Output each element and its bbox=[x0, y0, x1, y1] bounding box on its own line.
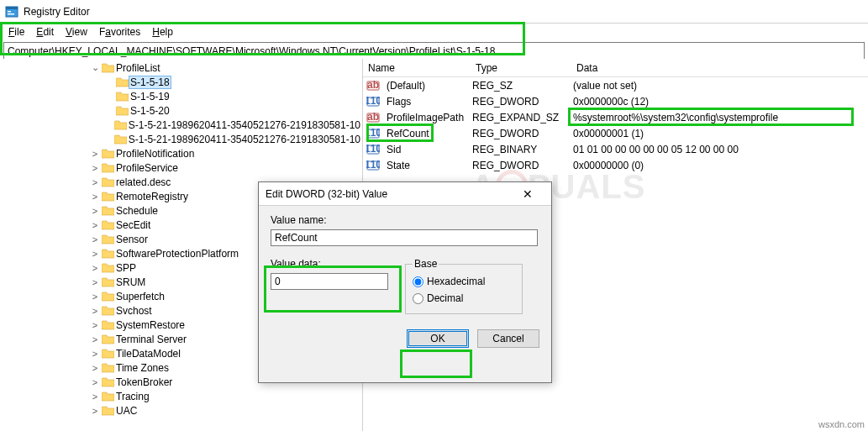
expand-icon[interactable]: > bbox=[89, 334, 101, 344]
tree-item[interactable]: >Tracing bbox=[0, 389, 362, 403]
tree-item-label: SPP bbox=[114, 262, 138, 274]
svg-rect-1 bbox=[6, 7, 18, 9]
folder-icon bbox=[115, 105, 129, 117]
menubar: File Edit View Favorites Help bbox=[0, 24, 868, 40]
expand-icon[interactable]: > bbox=[89, 292, 101, 302]
expand-icon[interactable]: > bbox=[89, 206, 101, 216]
tree-item-label: SystemRestore bbox=[114, 319, 187, 331]
list-row[interactable]: 110StateREG_DWORD0x00000000 (0) bbox=[363, 157, 868, 173]
value-data: (value not set) bbox=[568, 80, 868, 92]
tree-item-label: Svchost bbox=[114, 305, 154, 317]
expand-icon[interactable]: > bbox=[89, 249, 101, 259]
tree-item[interactable]: ⌄ProfileList bbox=[0, 60, 362, 75]
folder-icon bbox=[101, 362, 114, 374]
folder-icon bbox=[101, 276, 114, 288]
value-data: 01 01 00 00 00 00 00 05 12 00 00 00 bbox=[568, 144, 868, 155]
tree-item[interactable]: S-1-5-21-1989620411-3540521276-219183058… bbox=[0, 118, 362, 132]
value-name-input[interactable] bbox=[271, 229, 538, 246]
tree-item[interactable]: S-1-5-21-1989620411-3540521276-219183058… bbox=[0, 132, 362, 146]
expand-icon[interactable]: > bbox=[89, 234, 101, 244]
tree-item-label: RemoteRegistry bbox=[114, 191, 190, 202]
tree-item-label: TokenBroker bbox=[114, 376, 174, 388]
list-row[interactable]: ab(Default)REG_SZ(value not set) bbox=[363, 77, 868, 93]
expand-icon[interactable]: > bbox=[89, 263, 101, 273]
tree-item-label: Schedule bbox=[114, 205, 160, 217]
expand-icon[interactable]: > bbox=[89, 320, 101, 330]
tree-item-label: ProfileList bbox=[114, 62, 162, 74]
list-row[interactable]: 110RefCountREG_DWORD0x00000001 (1) bbox=[363, 125, 868, 141]
svg-rect-2 bbox=[8, 11, 11, 13]
menu-favorites[interactable]: Favorites bbox=[94, 24, 145, 39]
address-bar[interactable]: Computer\HKEY_LOCAL_MACHINE\SOFTWARE\Mic… bbox=[3, 42, 865, 60]
tree-item-label: S-1-5-21-1989620411-3540521276-219183058… bbox=[127, 134, 362, 145]
tree-item-label: SoftwareProtectionPlatform bbox=[114, 248, 240, 260]
folder-icon bbox=[101, 376, 114, 388]
close-icon[interactable]: ✕ bbox=[511, 182, 544, 206]
cancel-button[interactable]: Cancel bbox=[477, 329, 539, 348]
value-data-input[interactable] bbox=[271, 273, 388, 290]
col-type[interactable]: Type bbox=[471, 62, 571, 74]
tree-item[interactable]: S-1-5-18 bbox=[0, 75, 362, 89]
tree-item-label: ProfileNotification bbox=[114, 148, 196, 160]
folder-icon bbox=[101, 162, 114, 174]
expand-icon[interactable]: > bbox=[89, 406, 101, 416]
menu-file[interactable]: File bbox=[3, 24, 29, 39]
folder-icon bbox=[101, 262, 114, 274]
hex-label: Hexadecimal bbox=[427, 276, 485, 287]
folder-icon bbox=[101, 291, 114, 302]
value-name: ProfileImagePath bbox=[381, 112, 467, 124]
expand-icon[interactable]: > bbox=[89, 377, 101, 387]
expand-icon[interactable]: > bbox=[89, 149, 101, 159]
tree-item-label: UAC bbox=[114, 405, 139, 417]
tree-item[interactable]: S-1-5-19 bbox=[0, 89, 362, 103]
menu-edit[interactable]: Edit bbox=[31, 24, 59, 39]
address-text: Computer\HKEY_LOCAL_MACHINE\SOFTWARE\Mic… bbox=[8, 45, 495, 57]
tree-item[interactable]: >ProfileService bbox=[0, 160, 362, 175]
list-row[interactable]: 110SidREG_BINARY01 01 00 00 00 00 00 05 … bbox=[363, 141, 868, 157]
radio-dec[interactable] bbox=[413, 293, 423, 304]
expand-icon[interactable]: > bbox=[89, 349, 101, 359]
value-data: 0x00000000 (0) bbox=[568, 160, 868, 171]
tree-item-label: Terminal Server bbox=[114, 334, 188, 345]
col-name[interactable]: Name bbox=[363, 62, 471, 74]
value-type: REG_BINARY bbox=[467, 144, 568, 155]
tree-item-label: ProfileService bbox=[114, 162, 180, 174]
menu-view[interactable]: View bbox=[60, 24, 92, 39]
expand-icon[interactable]: > bbox=[89, 163, 101, 173]
svg-text:ab: ab bbox=[367, 111, 379, 123]
value-name-label: Value name: bbox=[271, 214, 539, 226]
expand-icon[interactable]: > bbox=[89, 177, 101, 187]
tree-item[interactable]: >ProfileNotification bbox=[0, 146, 362, 160]
expand-icon[interactable]: > bbox=[89, 392, 101, 402]
folder-icon bbox=[101, 248, 114, 260]
list-row[interactable]: abProfileImagePathREG_EXPAND_SZ%systemro… bbox=[363, 109, 868, 125]
folder-icon bbox=[101, 334, 114, 345]
list-row[interactable]: 110FlagsREG_DWORD0x0000000c (12) bbox=[363, 93, 868, 109]
svg-text:110: 110 bbox=[366, 95, 380, 107]
expand-icon[interactable]: > bbox=[89, 277, 101, 287]
col-data[interactable]: Data bbox=[571, 62, 868, 74]
menu-help[interactable]: Help bbox=[147, 24, 178, 39]
expand-icon[interactable]: > bbox=[89, 306, 101, 316]
expand-icon[interactable]: ⌄ bbox=[89, 62, 101, 73]
value-data: 0x00000001 (1) bbox=[568, 128, 868, 139]
expand-icon[interactable]: > bbox=[89, 220, 101, 230]
ok-button[interactable]: OK bbox=[407, 329, 469, 348]
tree-item-label: TileDataModel bbox=[114, 348, 182, 360]
value-name: Sid bbox=[381, 144, 467, 155]
value-icon: ab bbox=[366, 111, 380, 124]
radio-hex[interactable] bbox=[413, 276, 423, 287]
expand-icon[interactable]: > bbox=[89, 363, 101, 373]
expand-icon[interactable]: > bbox=[89, 192, 101, 202]
tree-item-label: Time Zones bbox=[114, 362, 171, 374]
tree-item[interactable]: S-1-5-20 bbox=[0, 103, 362, 118]
app-icon bbox=[5, 5, 18, 18]
folder-icon bbox=[101, 191, 114, 202]
value-icon: 110 bbox=[366, 127, 380, 140]
folder-icon bbox=[115, 91, 129, 102]
folder-icon bbox=[101, 205, 114, 217]
folder-icon bbox=[114, 119, 127, 131]
dialog-title: Edit DWORD (32-bit) Value bbox=[266, 188, 511, 200]
folder-icon bbox=[101, 319, 114, 331]
tree-item[interactable]: >UAC bbox=[0, 403, 362, 418]
